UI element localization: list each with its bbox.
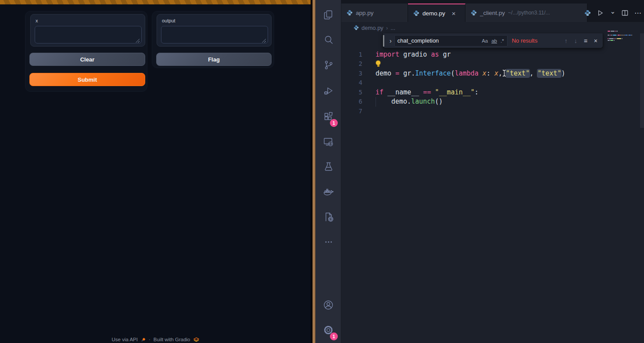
settings-gear-button[interactable]: 1	[315, 318, 341, 341]
code-line-7[interactable]: 7	[341, 107, 644, 116]
match-case-icon[interactable]: Aa	[480, 38, 489, 44]
editor-scrollbar[interactable]	[640, 33, 644, 128]
sidebar-item-explorer[interactable]	[315, 4, 341, 26]
code-token: :	[475, 88, 479, 96]
tab-client-py[interactable]: _client.py ~/.../python3.11/...	[465, 4, 587, 22]
code-line-4[interactable]: 4	[341, 78, 644, 88]
account-button[interactable]	[315, 293, 341, 316]
code-line-5[interactable]: 5if __name__ == "__main__":	[341, 88, 644, 97]
submit-button[interactable]: Submit	[29, 73, 145, 86]
settings-badge: 1	[330, 332, 338, 340]
sidebar-item-source-control[interactable]	[315, 54, 341, 76]
input-block: x	[30, 14, 145, 47]
input-textarea[interactable]	[35, 26, 142, 43]
code-line-6[interactable]: 6demo.launch()	[341, 97, 644, 107]
files-icon	[323, 9, 334, 21]
built-with-gradio-link[interactable]: Built with Gradio	[154, 337, 190, 342]
code-token: gradio	[399, 51, 431, 58]
tab-app-py[interactable]: app.py	[341, 4, 408, 22]
code-token: ==	[423, 88, 431, 96]
ellipsis-icon	[323, 236, 334, 248]
clear-button-label: Clear	[80, 56, 95, 63]
run-file-icon[interactable]	[597, 9, 604, 17]
breadcrumb[interactable]: demo.py › ...	[341, 22, 644, 33]
window-divider[interactable]	[312, 0, 315, 343]
search-icon	[323, 34, 334, 46]
previous-match-icon[interactable]: ↑	[565, 37, 568, 44]
find-nav: ↑ ↓ ≡ ×	[565, 37, 603, 44]
minimap-line	[608, 36, 632, 37]
toggle-replace-chevron-icon[interactable]: ›	[387, 37, 394, 44]
editor-actions: ⌄ ⋯	[584, 4, 641, 22]
code-token: )	[561, 69, 565, 77]
sidebar-item-testing[interactable]	[315, 155, 341, 178]
gradio-logo-icon	[193, 337, 199, 343]
find-widget-sash[interactable]	[383, 35, 384, 47]
sidebar-item-extensions[interactable]: 1	[315, 105, 341, 128]
minimap[interactable]	[608, 31, 632, 44]
sidebar-item-run-debug[interactable]	[315, 79, 341, 102]
minimap-line	[608, 32, 632, 33]
flag-button[interactable]: Flag	[156, 53, 272, 66]
line-number: 7	[341, 107, 362, 116]
docker-whale-icon	[322, 186, 335, 198]
tab-close-icon[interactable]: ×	[452, 10, 456, 17]
sidebar-item-search[interactable]	[315, 29, 341, 51]
use-via-api-link[interactable]: Use via API	[111, 337, 137, 342]
close-find-icon[interactable]: ×	[594, 37, 597, 44]
minimap-line	[608, 35, 632, 36]
find-widget: › Aa ab .* No results ↑ ↓ ≡ ×	[383, 33, 603, 48]
sidebar-item-remote-explorer[interactable]	[315, 130, 341, 153]
mouse-ibeam-cursor	[502, 69, 507, 77]
sidebar-item-cmake-tools[interactable]	[315, 206, 341, 228]
gradio-app-pane: x Clear Submit output Flag Use via API ·…	[0, 0, 311, 343]
minimap-line	[608, 31, 632, 32]
code-editor[interactable]: 1import gradio as gr23demo = gr.Interfac…	[341, 33, 644, 343]
input-label: x	[36, 18, 38, 23]
tab-path-description: ~/.../python3.11/...	[508, 10, 550, 16]
line-number: 5	[341, 88, 362, 97]
minimap-line	[608, 38, 632, 39]
gradio-footer: Use via API · Built with Gradio	[0, 337, 311, 343]
breadcrumb-separator-icon: ›	[386, 25, 388, 31]
sidebar-item-docker[interactable]	[315, 181, 341, 203]
python-icon	[413, 10, 419, 16]
tab-label: app.py	[356, 10, 374, 16]
breadcrumb-file[interactable]: demo.py	[361, 25, 383, 31]
code-token: import	[376, 51, 399, 58]
more-actions-icon[interactable]: ⋯	[634, 9, 641, 17]
split-editor-icon[interactable]	[621, 9, 629, 17]
sidebar-item-more-views[interactable]	[315, 231, 341, 253]
vscode-activity-bar: 1 1	[315, 0, 341, 343]
code-token: if	[376, 88, 383, 96]
clear-button[interactable]: Clear	[29, 53, 145, 66]
regex-icon[interactable]: .*	[499, 38, 505, 44]
breadcrumb-symbol[interactable]: ...	[390, 25, 395, 31]
find-results-status: No results	[512, 37, 538, 44]
python-icon	[347, 10, 353, 16]
code-token: :	[487, 69, 494, 77]
git-branch-icon	[323, 59, 334, 71]
run-dropdown-chevron-icon[interactable]: ⌄	[610, 7, 615, 15]
find-in-selection-icon[interactable]: ≡	[584, 37, 587, 44]
find-input[interactable]	[397, 37, 479, 44]
code-token: x	[494, 69, 498, 77]
whole-word-icon[interactable]: ab	[490, 38, 498, 44]
code-line-2[interactable]: 2	[341, 59, 644, 69]
code-token: "text"	[537, 69, 561, 77]
input-column: x Clear Submit	[25, 11, 147, 92]
next-match-icon[interactable]: ↓	[574, 37, 577, 44]
output-textarea[interactable]	[161, 26, 268, 43]
code-line-3[interactable]: 3demo = gr.Interface(lambda x: x,"text",…	[341, 69, 644, 79]
tab-label: demo.py	[422, 10, 445, 17]
account-icon	[322, 299, 334, 311]
python-icon	[471, 10, 477, 16]
code-line-1[interactable]: 1import gradio as gr	[341, 50, 644, 60]
code-token: demo.	[391, 97, 411, 105]
extensions-badge: 1	[330, 119, 338, 127]
output-block: output	[157, 14, 272, 47]
submit-button-label: Submit	[78, 76, 97, 83]
tab-demo-py[interactable]: demo.py ×	[408, 4, 465, 22]
remote-explorer-icon	[322, 136, 334, 148]
find-input-box: Aa ab .*	[394, 35, 508, 47]
